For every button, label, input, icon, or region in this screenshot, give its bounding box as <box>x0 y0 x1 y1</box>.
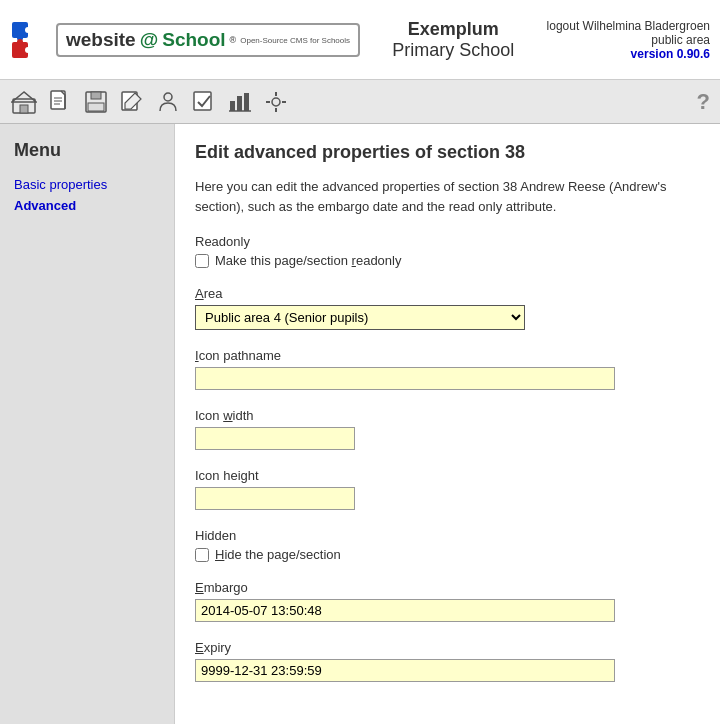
header: website @ School ® Open-Source CMS for S… <box>0 0 720 80</box>
embargo-label: Embargo <box>195 580 700 595</box>
logout-text: logout Wilhelmina Bladergroen <box>547 19 710 33</box>
svg-point-24 <box>272 98 280 106</box>
logo-box: website @ School ® Open-Source CMS for S… <box>56 23 360 57</box>
users-icon[interactable] <box>154 88 182 116</box>
embargo-section: Embargo <box>195 580 700 622</box>
readonly-checkbox-label: Make this page/section readonly <box>215 253 401 268</box>
area-label: Area <box>195 286 700 301</box>
version-text: version 0.90.6 <box>631 47 710 61</box>
help-icon[interactable]: ? <box>697 89 710 115</box>
main-layout: Menu Basic properties Advanced Edit adva… <box>0 124 720 724</box>
logo-reg: ® <box>230 35 237 45</box>
content: Edit advanced properties of section 38 H… <box>175 124 720 724</box>
readonly-row: Make this page/section readonly <box>195 253 700 268</box>
icon-width-section: Icon width <box>195 408 700 450</box>
site-name: Exemplum <box>360 19 547 40</box>
svg-point-18 <box>164 93 172 101</box>
logo-tagline: Open-Source CMS for Schools <box>240 36 350 45</box>
logo-at-text: @ <box>140 29 159 51</box>
site-sub: Primary School <box>360 40 547 61</box>
hidden-checkbox-label: Hide the page/section <box>215 547 341 562</box>
svg-rect-19 <box>194 92 211 110</box>
edit-icon[interactable] <box>118 88 146 116</box>
svg-rect-15 <box>88 103 104 111</box>
page-title: Edit advanced properties of section 38 <box>195 142 700 163</box>
hidden-checkbox[interactable] <box>195 548 209 562</box>
icon-height-label: Icon height <box>195 468 700 483</box>
readonly-label: Readonly <box>195 234 250 249</box>
svg-rect-21 <box>237 96 242 111</box>
settings-icon[interactable] <box>262 88 290 116</box>
expiry-section: Expiry <box>195 640 700 682</box>
icon-height-section: Icon height <box>195 468 700 510</box>
svg-rect-8 <box>20 105 28 113</box>
icon-pathname-label: Icon pathname <box>195 348 700 363</box>
sidebar-item-advanced[interactable]: Advanced <box>14 198 160 213</box>
icon-width-input[interactable] <box>195 427 355 450</box>
area-text: public area <box>651 33 710 47</box>
svg-point-4 <box>17 39 23 45</box>
sidebar-title: Menu <box>14 140 160 161</box>
hidden-section: Hidden Hide the page/section <box>195 528 700 562</box>
svg-rect-22 <box>244 93 249 111</box>
icon-height-input[interactable] <box>195 487 355 510</box>
chart-icon[interactable] <box>226 88 254 116</box>
intro-text: Here you can edit the advanced propertie… <box>195 177 700 216</box>
logo-website-text: website <box>66 29 136 51</box>
svg-rect-14 <box>91 92 101 99</box>
readonly-checkbox[interactable] <box>195 254 209 268</box>
hidden-row: Hide the page/section <box>195 547 700 562</box>
expiry-input[interactable] <box>195 659 615 682</box>
icon-width-label: Icon width <box>195 408 700 423</box>
file-icon[interactable] <box>46 88 74 116</box>
user-info: logout Wilhelmina Bladergroen public are… <box>547 19 710 61</box>
home-icon[interactable] <box>10 88 38 116</box>
expiry-label: Expiry <box>195 640 700 655</box>
toolbar: ? <box>0 80 720 124</box>
area-section: Area Public area 4 (Senior pupils) Publi… <box>195 286 700 330</box>
logo-area: website @ School ® Open-Source CMS for S… <box>10 20 360 60</box>
logo-icon <box>10 20 50 60</box>
area-select[interactable]: Public area 4 (Senior pupils) Public are… <box>195 305 525 330</box>
logo-school-text: School <box>162 29 225 51</box>
readonly-section: Readonly Make this page/section readonly <box>195 234 700 268</box>
svg-marker-7 <box>12 92 36 102</box>
site-title: Exemplum Primary School <box>360 19 547 61</box>
svg-point-2 <box>25 27 31 33</box>
svg-rect-20 <box>230 101 235 111</box>
check-icon[interactable] <box>190 88 218 116</box>
icon-pathname-input[interactable] <box>195 367 615 390</box>
svg-point-5 <box>25 47 31 53</box>
sidebar-item-basic-properties[interactable]: Basic properties <box>14 177 160 192</box>
save-icon[interactable] <box>82 88 110 116</box>
hidden-label: Hidden <box>195 528 236 543</box>
sidebar: Menu Basic properties Advanced <box>0 124 175 724</box>
embargo-input[interactable] <box>195 599 615 622</box>
icon-pathname-section: Icon pathname <box>195 348 700 390</box>
